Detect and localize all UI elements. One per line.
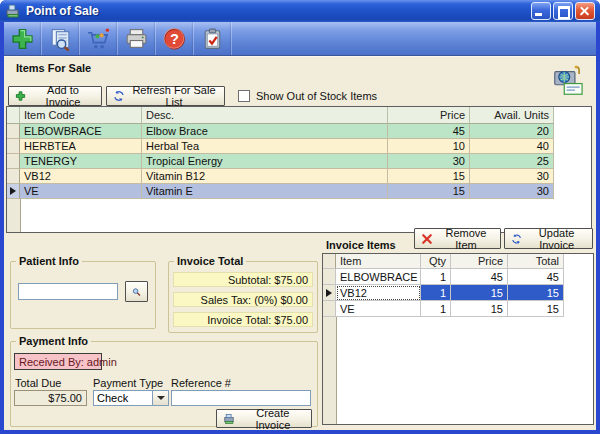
header-selector — [7, 107, 20, 124]
cell-price[interactable]: 15 — [451, 301, 508, 317]
toolbar-help-button[interactable]: ? — [156, 22, 194, 55]
cell-total[interactable]: 45 — [508, 269, 564, 285]
app-window: Point of Sale — [0, 0, 600, 434]
table-row[interactable]: ELBOWBRACE Elbow Brace 45 20 — [7, 124, 554, 139]
toolbar-add-button[interactable] — [4, 22, 42, 55]
column-header-item-code[interactable]: Item Code — [20, 107, 142, 124]
refresh-for-sale-list-label: Refresh For Sale List — [130, 84, 218, 108]
chevron-down-icon — [157, 396, 165, 400]
create-invoice-icon — [223, 412, 236, 426]
table-row[interactable]: VB12 Vitamin B12 15 30 — [7, 169, 554, 184]
browse-items-icon — [48, 26, 73, 52]
reference-label: Reference # — [171, 377, 231, 389]
table-row-selected[interactable]: VE Vitamin E 15 30 — [7, 184, 554, 199]
toolbar-cart-button[interactable] — [80, 22, 118, 55]
column-header-desc[interactable]: Desc. — [142, 107, 388, 124]
items-for-sale-table: Item Code Desc. Price Avail. Units ELBOW… — [6, 106, 592, 233]
table-header-row: Item Code Desc. Price Avail. Units — [7, 107, 554, 124]
cell-avail-units[interactable]: 30 — [470, 184, 554, 199]
cell-item-code[interactable]: VE — [20, 184, 142, 199]
remove-item-button[interactable]: Remove Item — [414, 228, 501, 249]
reference-input[interactable] — [171, 390, 311, 406]
dropdown-button[interactable] — [152, 391, 168, 405]
column-header-avail-units[interactable]: Avail. Units — [470, 107, 554, 124]
column-header-price[interactable]: Price — [451, 254, 508, 269]
cell-price[interactable]: 15 — [388, 184, 470, 199]
minimize-button[interactable] — [531, 2, 551, 20]
show-out-of-stock-checkbox[interactable] — [238, 90, 250, 102]
toolbar-spacer — [232, 22, 596, 55]
cell-desc[interactable]: Herbal Tea — [142, 139, 388, 154]
column-header-total[interactable]: Total — [508, 254, 564, 269]
create-invoice-button[interactable]: Create Invoice — [216, 409, 312, 428]
cell-item-code[interactable]: VB12 — [20, 169, 142, 184]
table-row[interactable]: TENERGY Tropical Energy 30 25 — [7, 154, 554, 169]
update-invoice-button[interactable]: Update Invoice — [504, 228, 593, 249]
column-header-qty[interactable]: Qty — [421, 254, 451, 269]
row-selector[interactable] — [323, 301, 336, 317]
cell-desc[interactable]: Vitamin E — [142, 184, 388, 199]
cell-item[interactable]: ELBOWBRACE — [336, 269, 421, 285]
cell-item-code[interactable]: TENERGY — [20, 154, 142, 169]
main-panel: Items For Sale Add to Invoice Refresh — [4, 56, 596, 430]
cell-qty[interactable]: 1 — [421, 269, 451, 285]
cell-avail-units[interactable]: 30 — [470, 169, 554, 184]
row-header-strip — [323, 317, 337, 424]
cell-item[interactable]: VE — [336, 301, 421, 317]
cell-item-code[interactable]: HERBTEA — [20, 139, 142, 154]
cell-desc[interactable]: Elbow Brace — [142, 124, 388, 139]
shopping-cart-icon — [86, 26, 111, 52]
payment-type-select[interactable]: Check — [93, 390, 169, 406]
cell-desc[interactable]: Tropical Energy — [142, 154, 388, 169]
invoice-total-title: Invoice Total — [174, 255, 246, 267]
printer-icon — [124, 26, 149, 52]
cell-item-focused[interactable]: VB12 — [336, 285, 421, 301]
cell-total[interactable]: 15 — [508, 301, 564, 317]
row-selector-current[interactable] — [323, 285, 336, 301]
column-header-price[interactable]: Price — [388, 107, 470, 124]
items-for-sale-title: Items For Sale — [16, 62, 91, 74]
close-button[interactable] — [575, 2, 595, 20]
refresh-for-sale-list-button[interactable]: Refresh For Sale List — [106, 86, 225, 106]
row-selector[interactable] — [7, 169, 20, 184]
table-row[interactable]: VE 1 15 15 — [323, 301, 564, 317]
invoice-items-title: Invoice Items — [326, 239, 396, 251]
row-selector[interactable] — [7, 154, 20, 169]
table-row[interactable]: HERBTEA Herbal Tea 10 40 — [7, 139, 554, 154]
toolbar-tasks-button[interactable] — [194, 22, 232, 55]
table-row-selected[interactable]: VB12 1 15 15 — [323, 285, 564, 301]
row-selector[interactable] — [7, 124, 20, 139]
column-header-item[interactable]: Item — [336, 254, 421, 269]
cell-price[interactable]: 10 — [388, 139, 470, 154]
cell-desc[interactable]: Vitamin B12 — [142, 169, 388, 184]
cell-price[interactable]: 15 — [451, 285, 508, 301]
patient-search-button[interactable] — [125, 281, 148, 302]
patient-info-title: Patient Info — [16, 255, 82, 267]
row-selector[interactable] — [7, 139, 20, 154]
title-bar[interactable]: Point of Sale — [0, 0, 600, 22]
cell-qty[interactable]: 1 — [421, 285, 451, 301]
remove-item-label: Remove Item — [438, 227, 494, 251]
patient-search-input[interactable] — [18, 283, 118, 300]
cell-price[interactable]: 30 — [388, 154, 470, 169]
invoice-items-table: Item Qty Price Total ELBOWBRACE 1 45 45 … — [322, 253, 594, 425]
cell-item-code[interactable]: ELBOWBRACE — [20, 124, 142, 139]
table-row[interactable]: ELBOWBRACE 1 45 45 — [323, 269, 564, 285]
row-selector-current[interactable] — [7, 184, 20, 199]
cell-total[interactable]: 15 — [508, 285, 564, 301]
maximize-button[interactable] — [553, 2, 573, 20]
cell-price[interactable]: 15 — [388, 169, 470, 184]
cell-price[interactable]: 45 — [388, 124, 470, 139]
add-to-invoice-label: Add to Invoice — [31, 84, 95, 108]
table-header-row: Item Qty Price Total — [323, 254, 564, 269]
cell-avail-units[interactable]: 25 — [470, 154, 554, 169]
cell-avail-units[interactable]: 40 — [470, 139, 554, 154]
maximize-icon — [558, 6, 570, 19]
toolbar-print-button[interactable] — [118, 22, 156, 55]
cell-avail-units[interactable]: 20 — [470, 124, 554, 139]
cell-qty[interactable]: 1 — [421, 301, 451, 317]
row-selector[interactable] — [323, 269, 336, 285]
toolbar-browse-items-button[interactable] — [42, 22, 80, 55]
cell-price[interactable]: 45 — [451, 269, 508, 285]
add-to-invoice-button[interactable]: Add to Invoice — [8, 86, 102, 106]
